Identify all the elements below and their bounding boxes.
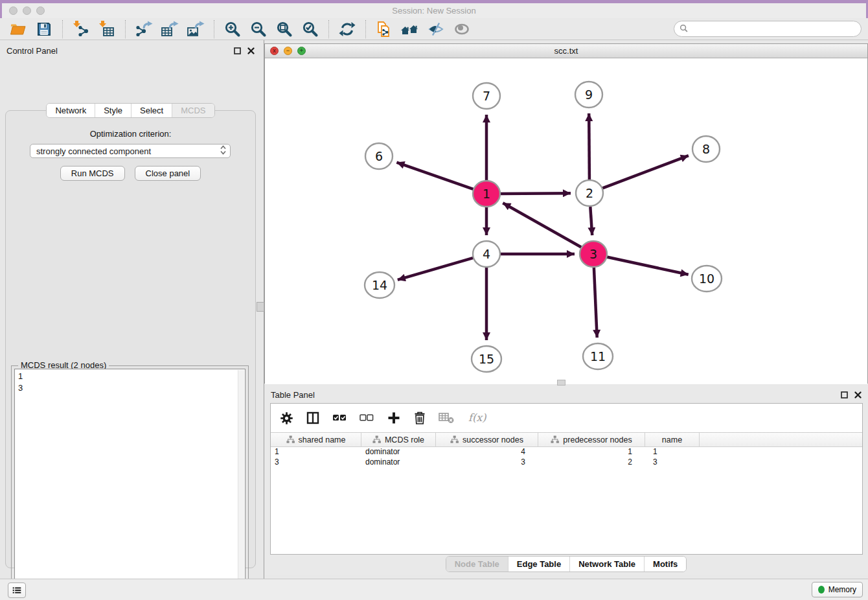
export-network-button[interactable] bbox=[135, 20, 153, 38]
tab-motifs[interactable]: Motifs bbox=[645, 557, 686, 571]
header-cell-predecessor-nodes[interactable]: predecessor nodes bbox=[538, 433, 645, 446]
graph-edge-4-14[interactable] bbox=[398, 258, 474, 280]
graph-edge-3-11[interactable] bbox=[594, 268, 597, 338]
table-row[interactable]: 3dominator323 bbox=[271, 457, 862, 468]
mcds-result-groupbox: MCDS result (2 nodes) 13 bbox=[11, 365, 249, 600]
open-session-button[interactable] bbox=[9, 20, 27, 38]
graph-node-11[interactable]: 11 bbox=[583, 343, 613, 369]
export-table-button[interactable] bbox=[161, 20, 179, 38]
graph-edge-3-1[interactable] bbox=[503, 203, 581, 248]
graph-node-2[interactable]: 2 bbox=[576, 180, 603, 206]
zoom-fit-button[interactable] bbox=[275, 20, 293, 38]
table-cell[interactable]: 3 bbox=[436, 457, 538, 468]
run-mcds-button[interactable]: Run MCDS bbox=[60, 166, 125, 181]
result-scrollbar[interactable] bbox=[238, 370, 244, 600]
apply-layout-button[interactable] bbox=[338, 20, 356, 38]
column-tree-icon bbox=[286, 435, 295, 444]
column-tree-icon bbox=[372, 435, 381, 444]
mcds-result-textarea[interactable]: 13 bbox=[14, 369, 246, 600]
deselect-all-button[interactable] bbox=[360, 411, 374, 425]
zoom-out-button[interactable] bbox=[249, 20, 268, 38]
graph-edge-1-2[interactable] bbox=[500, 193, 571, 194]
horizontal-splitter-grip[interactable] bbox=[557, 380, 565, 386]
graph-node-4[interactable]: 4 bbox=[473, 241, 500, 267]
export-image-button[interactable] bbox=[187, 20, 205, 38]
duplicate-network-button[interactable] bbox=[375, 20, 393, 38]
tab-node-table[interactable]: Node Table bbox=[446, 557, 508, 571]
svg-text:f(x): f(x) bbox=[468, 411, 486, 424]
tab-style[interactable]: Style bbox=[95, 104, 131, 117]
header-cell-mcds-role[interactable]: MCDS role bbox=[361, 433, 436, 446]
memory-button[interactable]: Memory bbox=[812, 582, 863, 597]
graph-edge-2-8[interactable] bbox=[602, 156, 689, 188]
float-panel-icon[interactable] bbox=[234, 47, 241, 54]
control-panel-tabs: NetworkStyleSelectMCDS bbox=[0, 103, 261, 118]
graph-node-9[interactable]: 9 bbox=[575, 82, 602, 108]
graph-edge-2-3[interactable] bbox=[590, 207, 592, 235]
network-canvas[interactable]: 7968124314101511 bbox=[265, 58, 867, 384]
search-box[interactable] bbox=[674, 21, 862, 37]
close-panel-button[interactable]: Close panel bbox=[135, 166, 201, 181]
optimization-select[interactable]: strongly connected component bbox=[30, 144, 231, 158]
tab-network-table[interactable]: Network Table bbox=[570, 557, 645, 571]
header-cell-shared-name[interactable]: shared name bbox=[271, 433, 361, 446]
show-graphics-details-button[interactable] bbox=[453, 20, 471, 38]
float-panel-icon[interactable] bbox=[841, 391, 848, 398]
graph-node-6[interactable]: 6 bbox=[365, 143, 393, 169]
table-cell[interactable]: dominator bbox=[361, 457, 436, 468]
column-label: predecessor nodes bbox=[563, 435, 632, 444]
tab-edge-table[interactable]: Edge Table bbox=[508, 557, 570, 571]
tab-mcds[interactable]: MCDS bbox=[172, 104, 214, 117]
select-all-button[interactable] bbox=[332, 411, 347, 425]
table-cell[interactable]: dominator bbox=[361, 447, 436, 457]
vertical-splitter-grip[interactable] bbox=[257, 302, 264, 312]
show-columns-button[interactable] bbox=[306, 411, 320, 425]
mcds-panel: Optimization criterion: strongly connect… bbox=[5, 110, 256, 568]
import-table-button[interactable] bbox=[98, 20, 116, 38]
first-neighbors-button[interactable] bbox=[401, 20, 419, 38]
close-panel-icon[interactable] bbox=[854, 391, 862, 398]
search-input[interactable] bbox=[691, 22, 861, 36]
zoom-in-button[interactable] bbox=[223, 20, 242, 38]
graph-node-1[interactable]: 1 bbox=[473, 181, 500, 207]
graph-node-7[interactable]: 7 bbox=[473, 83, 500, 109]
create-column-button[interactable] bbox=[387, 411, 401, 425]
tab-select[interactable]: Select bbox=[131, 104, 172, 117]
import-network-button[interactable] bbox=[72, 20, 90, 38]
table-cell[interactable]: 2 bbox=[538, 457, 645, 468]
header-cell-successor-nodes[interactable]: successor nodes bbox=[436, 433, 538, 446]
column-tree-icon bbox=[450, 435, 459, 444]
zoom-selected-button[interactable] bbox=[301, 20, 319, 38]
table-row[interactable]: 1dominator411 bbox=[271, 447, 862, 457]
graph-edge-2-9[interactable] bbox=[589, 113, 589, 179]
graph-edge-3-10[interactable] bbox=[607, 257, 689, 275]
optimization-criterion-label: Optimization criterion: bbox=[6, 129, 255, 139]
function-builder-button: f(x) bbox=[467, 410, 488, 426]
table-panel-header: Table Panel bbox=[264, 386, 868, 402]
table-cell[interactable]: 1 bbox=[645, 447, 700, 457]
tab-network[interactable]: Network bbox=[47, 104, 95, 117]
network-graph[interactable]: 7968124314101511 bbox=[265, 58, 867, 384]
svg-text:8: 8 bbox=[702, 142, 710, 156]
graph-node-15[interactable]: 15 bbox=[472, 346, 501, 372]
table-panel-title: Table Panel bbox=[271, 390, 315, 400]
table-cell[interactable]: 3 bbox=[645, 457, 700, 468]
table-cell[interactable]: 1 bbox=[538, 447, 645, 457]
table-cell[interactable]: 3 bbox=[271, 457, 361, 468]
save-session-button[interactable] bbox=[35, 20, 53, 38]
table-cell[interactable]: 4 bbox=[436, 447, 538, 457]
graph-node-10[interactable]: 10 bbox=[692, 266, 722, 292]
table-settings-button[interactable] bbox=[280, 411, 293, 425]
hide-graphics-details-button[interactable] bbox=[427, 20, 445, 38]
network-window-titlebar[interactable]: x − + scc.txt bbox=[265, 44, 867, 58]
graph-edge-1-6[interactable] bbox=[396, 163, 474, 190]
close-panel-icon[interactable] bbox=[247, 47, 255, 54]
table-cell[interactable]: 1 bbox=[271, 447, 361, 457]
graph-node-14[interactable]: 14 bbox=[365, 272, 394, 298]
delete-columns-button[interactable] bbox=[413, 411, 426, 425]
graph-node-3[interactable]: 3 bbox=[580, 241, 607, 267]
graph-node-8[interactable]: 8 bbox=[692, 136, 720, 162]
header-cell-name[interactable]: name bbox=[645, 433, 700, 446]
task-history-button[interactable] bbox=[8, 583, 26, 598]
mcds-result-line: 3 bbox=[18, 382, 245, 394]
